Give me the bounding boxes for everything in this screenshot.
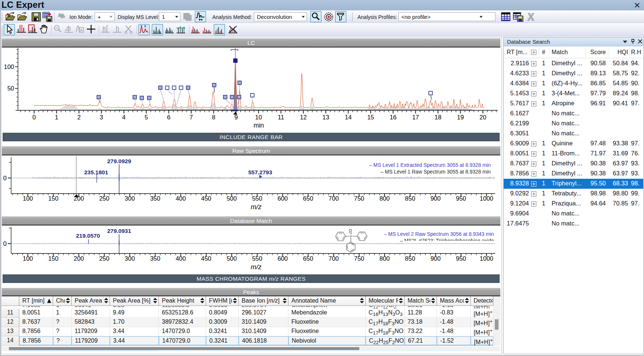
svg-text:650: 650 <box>303 255 313 262</box>
svg-text:700: 700 <box>328 195 339 202</box>
svg-text:0: 0 <box>3 240 7 247</box>
svg-text:800: 800 <box>379 255 390 262</box>
svg-text:P: P <box>350 235 352 238</box>
svg-text:650: 650 <box>303 195 313 202</box>
svg-text:235.1801: 235.1801 <box>84 169 108 175</box>
svg-text:150: 150 <box>48 195 59 202</box>
svg-text:m/z: m/z <box>251 203 262 211</box>
svg-text:350: 350 <box>150 255 160 262</box>
svg-text:– MS Level 1 Extracted Spectru: – MS Level 1 Extracted Spectrum 3055 at … <box>369 162 491 168</box>
svg-text:250: 250 <box>99 255 109 262</box>
svg-text:450: 450 <box>201 255 212 262</box>
svg-text:min: min <box>254 122 264 129</box>
svg-text:1000: 1000 <box>480 255 493 262</box>
svg-text:850: 850 <box>405 195 415 202</box>
svg-text:6: 6 <box>167 114 170 121</box>
svg-text:m/z: m/z <box>251 263 262 271</box>
svg-text:950: 950 <box>456 255 466 262</box>
svg-text:1000: 1000 <box>480 195 493 202</box>
svg-text:100: 100 <box>23 255 33 262</box>
svg-text:20: 20 <box>480 114 486 121</box>
svg-text:500: 500 <box>226 255 237 262</box>
svg-text:14: 14 <box>345 114 352 121</box>
svg-text:150: 150 <box>48 255 59 262</box>
svg-text:900: 900 <box>431 195 441 202</box>
svg-text:– MS Level 2 Raw Spectrum 3056: – MS Level 2 Raw Spectrum 3056 at 8.9343… <box>384 231 494 237</box>
svg-text:17: 17 <box>412 114 419 121</box>
svg-text:200: 200 <box>74 255 84 262</box>
svg-text:300: 300 <box>125 195 135 202</box>
svg-text:850: 850 <box>405 255 415 262</box>
svg-text:900: 900 <box>431 255 441 262</box>
svg-text:200: 200 <box>74 195 84 202</box>
svg-text:300: 300 <box>125 255 135 262</box>
svg-text:400: 400 <box>176 195 186 202</box>
svg-text:16: 16 <box>390 114 396 121</box>
svg-text:400: 400 <box>176 255 186 262</box>
svg-text:279.0929: 279.0929 <box>107 158 131 164</box>
svg-text:750: 750 <box>354 255 365 262</box>
svg-text:50: 50 <box>7 85 14 92</box>
svg-text:12: 12 <box>300 114 307 121</box>
svg-text:950: 950 <box>456 195 466 202</box>
svg-text:450: 450 <box>201 195 212 202</box>
svg-text:8: 8 <box>212 114 215 121</box>
svg-text:250: 250 <box>99 195 109 202</box>
svg-text:3: 3 <box>100 114 103 121</box>
svg-text:279.0931: 279.0931 <box>107 228 131 234</box>
svg-text:800: 800 <box>379 195 390 202</box>
svg-text:100: 100 <box>23 195 33 202</box>
svg-text:0: 0 <box>3 175 7 182</box>
svg-text:18: 18 <box>435 114 441 121</box>
svg-text:– MS Level 1 Raw Spectrum 3055: – MS Level 1 Raw Spectrum 3055 at 8.9328… <box>380 169 491 175</box>
svg-text:7: 7 <box>190 114 193 121</box>
svg-text:500: 500 <box>226 195 237 202</box>
svg-text:557.2793: 557.2793 <box>248 169 272 175</box>
svg-text:600: 600 <box>278 255 288 262</box>
svg-text:5: 5 <box>145 114 148 121</box>
svg-text:4: 4 <box>122 114 125 121</box>
svg-text:19: 19 <box>457 114 464 121</box>
svg-text:10: 10 <box>255 114 262 121</box>
svg-text:13: 13 <box>323 114 329 121</box>
svg-text:100: 100 <box>4 63 14 70</box>
svg-text:219.0570: 219.0570 <box>76 233 100 239</box>
svg-text:0: 0 <box>32 114 36 121</box>
svg-text:11: 11 <box>278 114 284 121</box>
svg-text:1: 1 <box>55 114 58 121</box>
svg-text:15: 15 <box>367 114 374 121</box>
svg-text:750: 750 <box>354 195 365 202</box>
svg-text:550: 550 <box>252 195 262 202</box>
svg-text:2: 2 <box>77 114 81 121</box>
svg-text:700: 700 <box>328 255 339 262</box>
svg-text:550: 550 <box>252 255 262 262</box>
svg-text:9: 9 <box>234 114 238 121</box>
svg-text:350: 350 <box>150 195 160 202</box>
svg-text:600: 600 <box>278 195 288 202</box>
